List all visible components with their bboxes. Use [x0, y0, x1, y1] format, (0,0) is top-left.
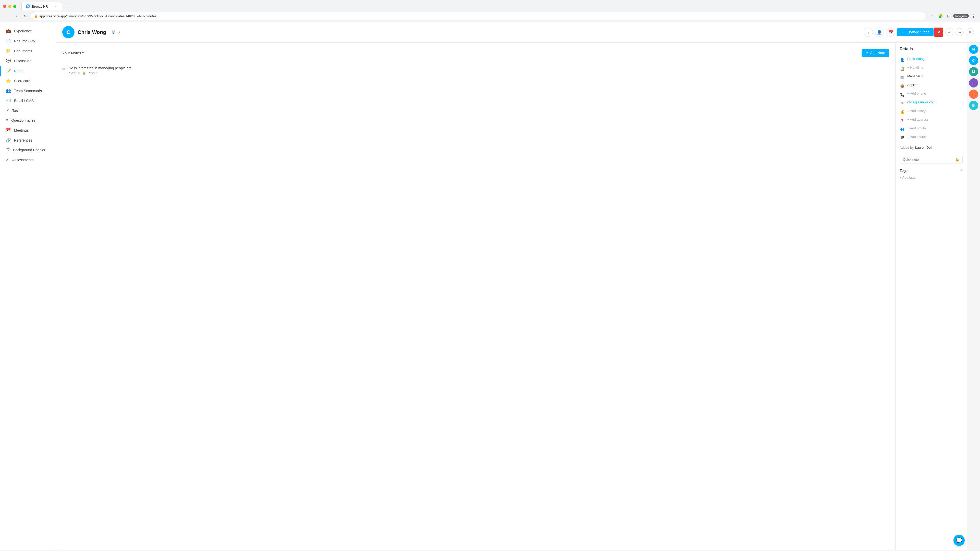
note-lock-icon: 🔒	[82, 71, 86, 75]
detail-profile[interactable]: + Add profile	[907, 126, 926, 130]
more-options-btn[interactable]: ⋮	[864, 27, 873, 37]
layout-btn[interactable]: ⊡	[945, 13, 952, 20]
sidebar-item-tasks[interactable]: ✓ Tasks	[0, 106, 56, 116]
candidate-name: Chris Wong	[78, 29, 106, 35]
tags-add-btn[interactable]: +	[960, 168, 963, 173]
note-privacy: Private	[88, 71, 97, 75]
sidebar-item-background-checks[interactable]: 🛡 Background Checks	[0, 145, 56, 155]
browser-chrome: B Breezy HR × + ← → ↻ 🔒 app.breezy.hr/ap…	[0, 0, 980, 22]
detail-row-email: ✉ chris@sample.com	[900, 99, 963, 107]
profile-icon: 👥	[900, 127, 905, 132]
external-link-icon: ↗	[921, 75, 924, 78]
side-avatar-b[interactable]: B	[969, 101, 978, 110]
detail-address[interactable]: + Add address	[907, 118, 928, 121]
folder-icon: 📁	[6, 48, 11, 53]
note-icon: 📝	[6, 68, 11, 73]
address-text: app.breezy.hr/app/c/moodjoy/p/59357218dc…	[39, 14, 156, 18]
main-content: C Chris Wong 📡 ★ ⋮ 👤 📅 → Change Stage ✕	[56, 22, 980, 550]
sidebar-label-tasks: Tasks	[12, 109, 21, 113]
reject-btn[interactable]: ✕	[934, 27, 943, 37]
sidebar-item-experience[interactable]: 💼 Experience	[0, 26, 56, 36]
sidebar-item-email-sms[interactable]: ✉️ Email / SMS	[0, 96, 56, 106]
change-stage-label: Change Stage	[907, 30, 929, 34]
add-tags-placeholder[interactable]: + Add tags	[900, 176, 915, 179]
forward-btn[interactable]: →	[12, 13, 19, 20]
sidebar-item-scorecard[interactable]: ⭐ Scorecard	[0, 76, 56, 86]
window-controls	[3, 5, 16, 8]
sidebar-item-assessments[interactable]: ✔ Assessments	[0, 155, 56, 165]
note-time: 5:29 PM	[68, 71, 80, 75]
note-edit-icon: ✏	[62, 66, 65, 75]
notes-area: Your Notes ▾ ✏ Add Note ✏ He is interest…	[56, 43, 895, 550]
add-note-btn[interactable]: ✏ Add Note	[862, 49, 889, 57]
sidebar-item-team-scorecards[interactable]: 👥 Team Scorecards	[0, 86, 56, 96]
side-avatars: N C M J J B	[967, 43, 980, 550]
note-body: He is interested in managing people etc.…	[68, 66, 889, 75]
check-icon: ✔	[6, 157, 9, 162]
building-icon: 🏢	[900, 75, 905, 80]
back-btn[interactable]: ←	[3, 13, 10, 20]
sidebar-label-discussion: Discussion	[14, 59, 32, 63]
browser-toolbar: ← → ↻ 🔒 app.breezy.hr/app/c/moodjoy/p/59…	[0, 11, 980, 22]
person-action-btn[interactable]: 👤	[875, 27, 884, 37]
browser-more-btn[interactable]: ⋮	[970, 13, 977, 20]
calendar-action-btn[interactable]: 📅	[886, 27, 895, 37]
change-stage-btn[interactable]: → Change Stage	[897, 28, 934, 36]
side-avatar-m[interactable]: M	[969, 67, 978, 76]
added-by-row: Added by Lauren Dell	[900, 144, 963, 151]
sidebar-label-meetings: Meetings	[14, 128, 29, 132]
status-icon: 📦	[900, 83, 905, 89]
sidebar-item-questionnaires[interactable]: ≡ Questionnaires	[0, 116, 56, 125]
change-stage-icon: →	[901, 30, 905, 34]
incognito-badge: Incognito	[953, 14, 969, 18]
details-panel: Details 👤 Chris Wong 📋 + Headline 🏢 Mana…	[895, 43, 967, 550]
sidebar-label-resume: Resume / CV	[14, 39, 35, 43]
detail-candidate-name[interactable]: Chris Wong	[907, 57, 924, 61]
address-bar[interactable]: 🔒 app.breezy.hr/app/c/moodjoy/p/59357218…	[30, 12, 927, 20]
side-avatar-j1[interactable]: J	[969, 78, 978, 87]
sidebar-item-documents[interactable]: 📁 Documents	[0, 46, 56, 56]
detail-phone[interactable]: + Add phone	[907, 92, 926, 95]
sidebar-item-resume[interactable]: 📄 Resume / CV	[0, 36, 56, 46]
sidebar-item-discussion[interactable]: 💬 Discussion	[0, 56, 56, 66]
sidebar-item-meetings[interactable]: 📅 Meetings	[0, 125, 56, 135]
new-tab-btn[interactable]: +	[63, 3, 70, 10]
next-candidate-btn[interactable]: →	[956, 28, 964, 36]
tab-close-btn[interactable]: ×	[54, 4, 58, 8]
close-candidate-btn[interactable]: ×	[966, 28, 974, 36]
notes-filter-btn[interactable]: Your Notes ▾	[62, 51, 84, 55]
sidebar-label-documents: Documents	[14, 49, 32, 53]
extensions-btn[interactable]: 🧩	[937, 13, 944, 20]
refresh-btn[interactable]: ↻	[21, 13, 29, 20]
side-avatar-c[interactable]: C	[969, 56, 978, 65]
window-close-btn[interactable]	[3, 5, 6, 8]
added-by-name: Lauren Dell	[915, 146, 932, 149]
app-container: 💼 Experience 📄 Resume / CV 📁 Documents 💬…	[0, 22, 980, 550]
sidebar-item-notes[interactable]: 📝 Notes	[0, 66, 56, 76]
window-maximize-btn[interactable]	[13, 5, 16, 8]
detail-row-source: 🏴 + Add source	[900, 133, 963, 142]
chat-widget-btn[interactable]: 💬	[953, 535, 965, 546]
detail-headline[interactable]: + Headline	[907, 65, 923, 69]
detail-salary[interactable]: + Add salary	[907, 109, 926, 113]
tab-favicon: B	[26, 4, 30, 8]
headline-icon: 📋	[900, 66, 905, 71]
detail-email[interactable]: chris@sample.com	[907, 100, 935, 104]
titlebar: B Breezy HR × +	[0, 0, 980, 11]
side-avatar-j2[interactable]: J	[969, 89, 978, 99]
star-icon[interactable]: ★	[118, 30, 121, 34]
active-tab[interactable]: B Breezy HR ×	[21, 2, 62, 11]
rss-icon: 📡	[111, 30, 116, 34]
detail-manager[interactable]: Manager ↗	[907, 74, 924, 78]
window-minimize-btn[interactable]	[8, 5, 11, 8]
sidebar-item-references[interactable]: 🔗 References	[0, 135, 56, 145]
bookmark-btn[interactable]: ☆	[929, 13, 936, 20]
sidebar-label-notes: Notes	[14, 69, 24, 73]
quick-note-area[interactable]: 🔒	[900, 155, 963, 164]
quick-note-input[interactable]	[903, 158, 953, 162]
side-avatar-n[interactable]: N	[969, 44, 978, 54]
detail-source[interactable]: + Add source	[907, 135, 927, 139]
email-detail-icon: ✉	[900, 101, 905, 106]
sidebar-label-team-scorecards: Team Scorecards	[14, 89, 42, 93]
prev-candidate-btn[interactable]: ←	[945, 28, 953, 36]
